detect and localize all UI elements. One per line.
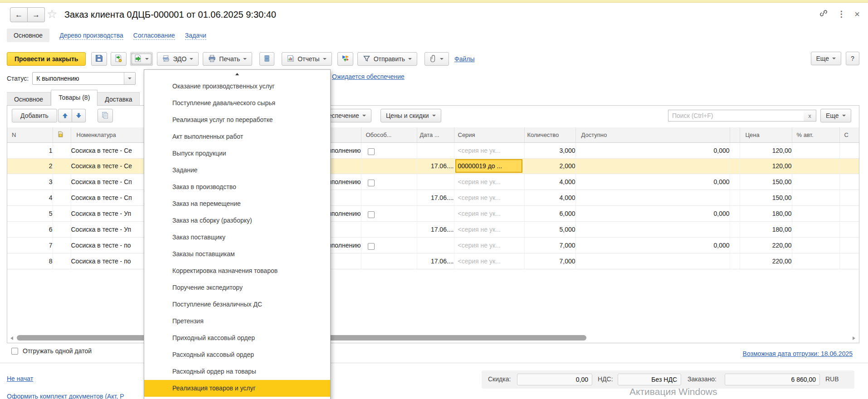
back-button[interactable]: ← bbox=[10, 7, 28, 22]
column-header-pavt[interactable]: % авт. bbox=[792, 127, 839, 142]
table-row[interactable]: 5 Сосиска в тесте - Уп К выполнению <сер… bbox=[7, 205, 859, 221]
business-process-button[interactable] bbox=[337, 52, 353, 66]
menu-item[interactable]: Заказ поставщику bbox=[144, 229, 330, 246]
menu-item[interactable]: Корректировка назначения товаров bbox=[144, 263, 330, 279]
files-link[interactable]: Файлы bbox=[454, 55, 474, 63]
menu-item[interactable]: Поступление давальческого сырья bbox=[144, 95, 330, 112]
ordered-field[interactable]: 6 860,00 bbox=[725, 374, 820, 385]
combo-dropdown-button[interactable] bbox=[124, 73, 135, 84]
reports-button[interactable]: Отчеты bbox=[282, 52, 332, 66]
table-row[interactable]: 3 Сосиска в тесте - Сп К выполнению <сер… bbox=[7, 174, 859, 190]
cell-available[interactable]: 0,000 bbox=[575, 237, 730, 253]
menu-item[interactable]: Поступление безналичных ДС bbox=[144, 296, 330, 313]
favorite-star-icon[interactable]: ☆ bbox=[47, 7, 57, 21]
page-tab[interactable]: Основное bbox=[7, 92, 51, 106]
separate-checkbox[interactable] bbox=[368, 211, 375, 218]
cell-available[interactable] bbox=[575, 253, 730, 269]
structure-button[interactable] bbox=[259, 52, 274, 66]
list-more-button[interactable]: Еще bbox=[820, 109, 851, 122]
kebab-menu-icon[interactable]: ⋮ bbox=[837, 9, 845, 19]
menu-item[interactable]: Претензия bbox=[144, 313, 330, 330]
separate-checkbox[interactable] bbox=[368, 243, 375, 250]
nav-tab-main[interactable]: Основное bbox=[7, 29, 49, 42]
create-based-on-button[interactable] bbox=[130, 52, 153, 66]
column-header-date[interactable]: Дата ... bbox=[417, 127, 454, 142]
prices-discounts-button[interactable]: Цены и скидки bbox=[380, 109, 441, 122]
menu-item[interactable]: Заказы поставщикам bbox=[144, 246, 330, 263]
table-row[interactable]: 8 Сосиска в тесте - по 17.06.... <серия … bbox=[7, 253, 859, 269]
more-button[interactable]: Еще bbox=[811, 52, 842, 65]
menu-item[interactable]: Расходный ордер на товары bbox=[144, 363, 330, 380]
not-started-link[interactable]: Не начат bbox=[7, 375, 33, 382]
separate-checkbox[interactable] bbox=[368, 180, 375, 186]
link-icon[interactable] bbox=[819, 9, 828, 19]
table-row[interactable]: 1 Сосиска в тесте - Се К выполнению <сер… bbox=[7, 142, 859, 158]
nav-link[interactable]: Дерево производства bbox=[59, 31, 123, 40]
table-row[interactable]: 4 Сосиска в тесте - Сп 17.06.... <серия … bbox=[7, 190, 859, 205]
nav-link[interactable]: Согласование bbox=[133, 31, 175, 40]
cell-series[interactable]: <серия не ук... bbox=[454, 253, 524, 269]
menu-item[interactable]: Выпуск продукции bbox=[144, 145, 330, 162]
vat-field[interactable]: Без НДС bbox=[618, 374, 681, 385]
save-button[interactable] bbox=[91, 52, 107, 66]
cell-available[interactable] bbox=[575, 190, 730, 205]
cell-available[interactable] bbox=[575, 158, 730, 174]
edo-button[interactable]: ЭДО bbox=[157, 52, 199, 66]
menu-item[interactable]: Заказ в производство bbox=[144, 179, 330, 195]
ship-single-date-checkbox[interactable] bbox=[11, 348, 18, 355]
post-and-close-button[interactable]: Провести и закрыть bbox=[7, 52, 86, 66]
menu-item[interactable]: Приходный кассовый ордер bbox=[144, 330, 330, 346]
send-button[interactable]: Отправить bbox=[357, 52, 417, 66]
column-header-series[interactable]: Серия bbox=[454, 127, 524, 142]
cell-available[interactable]: 0,000 bbox=[575, 174, 730, 190]
cell-series[interactable]: <серия не ук... bbox=[454, 221, 524, 237]
supply-waiting-link[interactable]: Ожидается обеспечение bbox=[332, 73, 405, 80]
add-row-button[interactable]: Добавить bbox=[12, 109, 57, 122]
copy-row-button[interactable] bbox=[98, 109, 113, 122]
scroll-left-arrow[interactable] bbox=[10, 336, 13, 340]
menu-item[interactable]: Реализация товаров и услуг bbox=[144, 380, 330, 397]
menu-scroll-up[interactable] bbox=[144, 70, 330, 78]
cell-series[interactable]: <серия не ук... bbox=[454, 237, 524, 253]
menu-item[interactable]: Расходный кассовый ордер bbox=[144, 346, 330, 363]
post-document-button[interactable] bbox=[111, 52, 127, 66]
cell-series[interactable]: <серия не ук... bbox=[454, 142, 524, 158]
page-tab[interactable]: Доставка bbox=[98, 92, 140, 106]
cell-available[interactable]: 0,000 bbox=[575, 142, 730, 158]
search-input[interactable] bbox=[668, 110, 804, 122]
close-icon[interactable]: × bbox=[854, 9, 860, 19]
print-button[interactable]: Печать bbox=[203, 52, 252, 66]
column-header-c[interactable]: С bbox=[839, 127, 859, 142]
discount-field[interactable]: 0,00 bbox=[517, 374, 592, 385]
column-header-separate[interactable]: Обособ... bbox=[361, 127, 417, 142]
column-header-attachment[interactable] bbox=[53, 127, 71, 142]
table-row[interactable]: 7 Сосиска в тесте - по К выполнению <сер… bbox=[7, 237, 859, 253]
move-down-button[interactable] bbox=[72, 109, 86, 122]
document-kit-link[interactable]: Оформить комплект документов (Акт, Р bbox=[7, 393, 124, 399]
menu-item[interactable]: Акт выполненных работ bbox=[144, 128, 330, 145]
table-row[interactable]: 6 Сосиска в тесте - Уп 17.06.... <серия … bbox=[7, 221, 859, 237]
cell-available[interactable]: 0,000 bbox=[575, 205, 730, 221]
column-header-n[interactable]: N bbox=[7, 127, 53, 142]
menu-item[interactable]: Задание bbox=[144, 162, 330, 179]
attach-button[interactable] bbox=[424, 52, 449, 66]
forward-button[interactable]: → bbox=[28, 7, 45, 22]
table-row[interactable]: 2 Сосиска в тесте - Се 17.06.... 0000001… bbox=[7, 158, 859, 174]
cell-series[interactable]: 00000019 до ... bbox=[454, 158, 524, 174]
search-clear-button[interactable]: x bbox=[804, 110, 816, 122]
column-header-available[interactable]: Доступно bbox=[575, 127, 730, 142]
menu-item[interactable]: Оказание производственных услуг bbox=[144, 78, 330, 95]
move-up-button[interactable] bbox=[58, 109, 72, 122]
cell-series[interactable]: <серия не ук... bbox=[454, 174, 524, 190]
column-header-quantity[interactable]: Количество bbox=[524, 127, 575, 142]
cell-available[interactable] bbox=[575, 221, 730, 237]
help-button[interactable]: ? bbox=[846, 52, 859, 65]
column-header-price[interactable]: Цена bbox=[740, 127, 792, 142]
menu-item[interactable]: Заказ на перемещение bbox=[144, 195, 330, 212]
status-combobox[interactable]: К выполнению bbox=[32, 72, 136, 85]
menu-item[interactable]: Заказ на сборку (разборку) bbox=[144, 212, 330, 229]
cell-series[interactable]: <серия не ук... bbox=[454, 190, 524, 205]
cell-series[interactable]: <серия не ук... bbox=[454, 205, 524, 221]
possible-ship-date-link[interactable]: Возможная дата отгрузки: 18.06.2025 bbox=[743, 350, 853, 357]
page-tab[interactable]: Товары (8) bbox=[51, 90, 98, 106]
